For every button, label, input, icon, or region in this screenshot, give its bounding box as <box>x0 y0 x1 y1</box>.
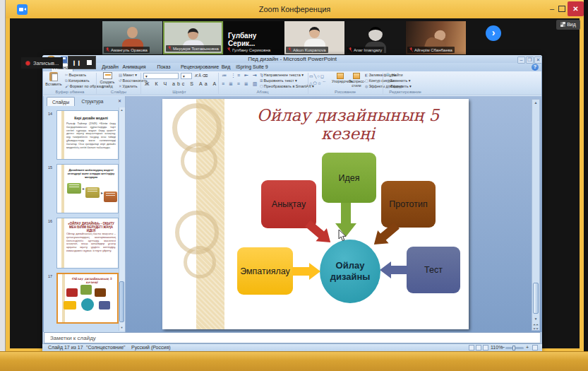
slide-thumbnail-16[interactable]: «ОЙЛАУ ДИЗАЙНЫ» - ОҚЫТУ МЕН БІЛІМ БЕРУДЕ… <box>56 218 119 269</box>
panel-scrollbar-thumb[interactable] <box>119 281 124 322</box>
mini-orange-box <box>104 192 117 202</box>
participant-tile[interactable]: Айгерім Сбанбаева <box>406 21 466 54</box>
close-icon[interactable]: ✕ <box>568 1 584 16</box>
zoom-window-title: Zoom Конференция <box>6 0 584 18</box>
diagram-box-test[interactable]: Тест <box>407 247 460 293</box>
replace-button[interactable]: ⇄Заменить ▾ <box>386 78 411 83</box>
alignment-buttons[interactable]: ≡ ≣ ≡ ≣ ▥ <box>222 81 258 87</box>
zoom-slider-thumb[interactable] <box>512 346 515 351</box>
tab-ispring[interactable]: iSpring Suite 9 <box>234 63 270 71</box>
shapes-gallery[interactable]: ▭╲○◻△⬠☆⌒ <box>309 73 330 87</box>
scroll-down-icon[interactable]: ▼ <box>532 317 540 321</box>
language-indicator[interactable]: Русский (Россия) <box>131 345 171 350</box>
participant-tile[interactable]: Амангуль Оракова <box>102 21 162 54</box>
zoom-in-icon[interactable]: + <box>526 345 529 350</box>
fit-to-window-icon[interactable] <box>532 345 538 351</box>
participant-name: Амангуль Оракова <box>111 48 148 52</box>
slide-thumbnail-14[interactable]: Кері дизайн моделі Ральф Тайлер (1949) «… <box>56 110 119 160</box>
participant-name-badge: Aikun Kuspanova <box>286 47 328 53</box>
recording-controls: ❙❙ <box>68 56 96 69</box>
pp-close-icon[interactable]: ✕ <box>534 57 542 64</box>
participant-tile[interactable]: Anar Imangazy <box>345 21 405 54</box>
scroll-up-icon[interactable]: ▲ <box>532 100 540 105</box>
scissors-icon: ✂ <box>65 73 68 77</box>
tab-outline[interactable]: Структура <box>76 97 109 106</box>
scroll-up-icon[interactable]: ▲ <box>119 108 125 112</box>
new-slide-button[interactable]: Создать слайд <box>98 72 116 88</box>
slide-thumbnail-15[interactable]: Дизайнмен жобалаудың моделі кезеңдері жә… <box>56 164 119 213</box>
minimize-icon[interactable]: – <box>546 4 558 14</box>
maximize-icon[interactable] <box>558 6 565 12</box>
align-text-button[interactable]: ⊞Выровнять текст ▾ <box>260 78 297 83</box>
participant-tile[interactable]: Aikun Kuspanova <box>284 21 344 54</box>
stop-recording-icon[interactable] <box>87 60 92 65</box>
help-icon[interactable]: ? <box>532 64 539 71</box>
diagram-box-prototype[interactable]: Прототип <box>381 181 436 228</box>
find-button[interactable]: 🔍Найти <box>386 73 403 77</box>
participant-tile[interactable]: Меруеря Токтакыновна <box>163 21 223 54</box>
tab-animations[interactable]: Анимация <box>121 63 147 71</box>
thumbnail-number: 17 <box>48 274 52 278</box>
bullets-numbering-buttons[interactable]: ≔ ⋮≡ ⇤ ⇥ ↕ <box>222 73 265 78</box>
paste-button[interactable]: Вставить <box>44 72 63 86</box>
reset-icon: ↺ <box>119 78 122 83</box>
select-button[interactable]: ⬚Выделить ▾ <box>386 84 412 88</box>
thumbnail-number: 16 <box>48 219 52 223</box>
participant-name: Anar Imangazy <box>354 48 382 52</box>
thumb-theme-band <box>61 165 64 213</box>
grow-shrink-font-buttons[interactable]: А̂ А̌ ⌫ <box>195 73 208 78</box>
mouse-cursor-icon <box>339 230 346 241</box>
zoom-level: 110% <box>491 345 503 350</box>
next-slide-icon[interactable]: ⏷⏷ <box>532 326 540 331</box>
pause-recording-icon[interactable]: ❙❙ <box>72 60 82 66</box>
font-style-buttons[interactable]: Ж К Ч abc S Аа А <box>145 81 218 86</box>
participant-name-badge: Anar Imangazy <box>347 47 384 53</box>
cut-button[interactable]: ✂Вырезать <box>65 73 86 77</box>
font-size-combobox[interactable]: ▾ <box>181 73 192 79</box>
convert-smartart-button[interactable]: ⬡Преобразовать в SmartArt ▾ <box>260 84 314 88</box>
tab-slides[interactable]: Слайды <box>47 97 75 106</box>
slide-thumbnail-17-selected[interactable]: Ойлау дизайнының 5 кезеңі <box>56 273 119 324</box>
slide-sorter-icon[interactable] <box>476 345 481 351</box>
arrange-icon <box>337 73 344 79</box>
muted-mic-icon <box>349 47 352 52</box>
tab-view[interactable]: Вид <box>219 63 233 71</box>
slideshow-view-icon[interactable] <box>483 345 488 351</box>
diagram-box-define[interactable]: Анықтау <box>261 180 316 228</box>
tab-slideshow[interactable]: Показ слайдов <box>147 63 181 71</box>
diagram-box-idea[interactable]: Идея <box>322 153 376 203</box>
participant-display-name: Гулбану Серик... <box>228 32 284 47</box>
normal-view-icon[interactable] <box>469 345 474 351</box>
quick-styles-button[interactable]: Экспресс-стили <box>349 73 364 88</box>
mini-blue-box <box>99 301 110 310</box>
panel-close-icon[interactable]: ✕ <box>118 98 121 103</box>
diagram-box-empathize[interactable]: Эмпатиялау <box>237 247 293 295</box>
zoom-out-icon[interactable]: − <box>502 345 505 350</box>
copy-button[interactable]: ⧉Копировать <box>65 78 90 83</box>
pp-restore-icon[interactable]: ❐ <box>526 57 534 64</box>
participant-tile[interactable]: Гулбану Серик... Гулбану Сериковна <box>224 21 284 54</box>
layout-button[interactable]: ▤Макет ▾ <box>119 73 137 77</box>
mini-olive-box <box>85 187 100 198</box>
tab-design[interactable]: Дизайн <box>100 63 121 71</box>
participant-name: Aikun Kuspanova <box>293 48 326 52</box>
scroll-down-icon[interactable]: ▼ <box>119 326 125 329</box>
pp-minimize-icon[interactable]: – <box>517 57 525 64</box>
quick-styles-icon <box>353 73 360 79</box>
font-name-combobox[interactable]: ▾ <box>143 73 179 79</box>
find-icon: 🔍 <box>386 73 391 77</box>
arrange-button[interactable]: Упорядочить <box>332 73 349 84</box>
muted-mic-icon <box>106 47 109 52</box>
tab-review[interactable]: Рецензирование <box>181 63 219 71</box>
delete-slide-button[interactable]: ✕Удалить <box>119 84 138 88</box>
slide-title[interactable]: Ойлау дизайнының 5 кезеңі <box>233 106 463 143</box>
editor-scrollbar-thumb[interactable] <box>533 283 539 314</box>
diagram-center-circle[interactable]: Ойлау дизайны <box>320 240 380 303</box>
next-participants-arrow[interactable]: › <box>486 25 501 41</box>
text-direction-button[interactable]: ⇅Направление текста ▾ <box>260 73 304 77</box>
text-direction-icon: ⇅ <box>260 73 263 77</box>
background-window-sliver <box>0 0 6 351</box>
notes-pane[interactable]: Заметки к слайду <box>44 332 541 343</box>
slide-canvas[interactable]: Ойлау дизайнының 5 кезеңі Анықтау Идея П… <box>162 99 469 329</box>
view-button[interactable]: Вид <box>556 20 580 30</box>
